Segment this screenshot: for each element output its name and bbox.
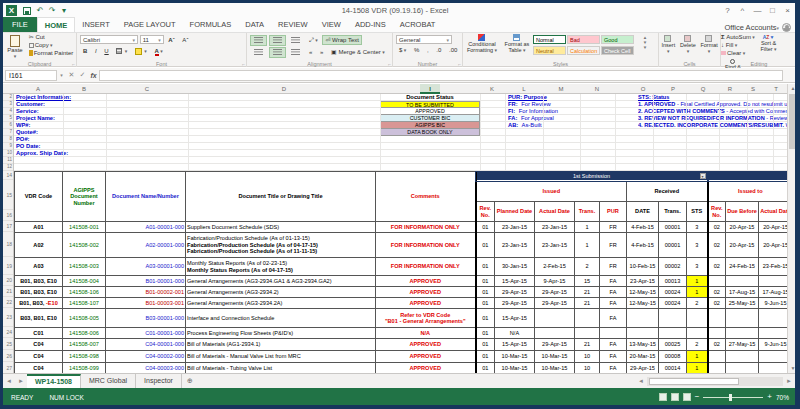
- cell[interactable]: 00008: [659, 351, 687, 363]
- cell[interactable]: 2: [575, 258, 600, 276]
- column-header-I[interactable]: I: [420, 84, 440, 94]
- column-header-P[interactable]: P: [663, 84, 683, 94]
- sort-filter-button[interactable]: AZ▼ Sort & Filter: [757, 33, 781, 53]
- name-box-dropdown-icon[interactable]: ▾: [57, 72, 66, 78]
- cell[interactable]: FA: [600, 287, 627, 298]
- normal-view-icon[interactable]: [659, 393, 667, 401]
- header-document-name[interactable]: Document Name/Number: [106, 172, 186, 222]
- align-center-button[interactable]: [269, 47, 286, 58]
- row-header-16[interactable]: 16: [3, 210, 13, 221]
- grid-area[interactable]: Project Information:Customer:Service:Pro…: [14, 94, 797, 171]
- clear-button[interactable]: Clear: [721, 49, 755, 57]
- cell[interactable]: 4-Feb-15: [627, 222, 659, 233]
- cell-document-name[interactable]: B01-00002-001: [106, 287, 186, 298]
- cell[interactable]: 00024: [659, 298, 687, 309]
- cell-vdr-code[interactable]: C04: [15, 351, 63, 363]
- cell[interactable]: [600, 328, 627, 339]
- cell-comments[interactable]: FOR INFORMATION ONLY: [376, 222, 476, 233]
- cell[interactable]: 29-Apr-15: [495, 287, 535, 298]
- tab-review[interactable]: REVIEW: [271, 17, 315, 32]
- cell-agipps-number[interactable]: 141508-004: [63, 276, 106, 287]
- cell[interactable]: FR: [600, 258, 627, 276]
- page-break-view-icon[interactable]: [683, 393, 691, 401]
- column-header-M[interactable]: M: [551, 84, 571, 94]
- cell[interactable]: 01: [476, 328, 495, 339]
- cell[interactable]: 01: [476, 222, 495, 233]
- scrollbar-thumb[interactable]: [789, 94, 797, 149]
- cell-document-title[interactable]: Interface and Connection Schedule: [186, 309, 376, 328]
- cell-document-name[interactable]: C04-00002-000: [106, 351, 186, 363]
- tab-page-layout[interactable]: PAGE LAYOUT: [117, 17, 183, 32]
- cell-vdr-code[interactable]: A02: [15, 233, 63, 258]
- cell-document-title[interactable]: General Arrangements (AG3-2934.2): [186, 287, 376, 298]
- cell[interactable]: 15-Apr-15: [495, 276, 535, 287]
- cell[interactable]: 01: [476, 309, 495, 328]
- style-calculation[interactable]: Calculation: [567, 46, 600, 55]
- cell[interactable]: [726, 363, 759, 374]
- minimize-button[interactable]: —: [750, 6, 765, 15]
- cell[interactable]: [535, 328, 575, 339]
- subheader-trans-[interactable]: Trans.: [575, 202, 600, 222]
- help-button[interactable]: ?: [720, 6, 735, 15]
- subheader-date[interactable]: DATE: [627, 202, 659, 222]
- cell[interactable]: 02: [708, 233, 726, 258]
- cell[interactable]: [726, 276, 759, 287]
- shrink-font-button[interactable]: Aˇ: [179, 35, 191, 45]
- cell[interactable]: [708, 363, 726, 374]
- cell[interactable]: 21: [575, 298, 600, 309]
- merge-center-button[interactable]: ▣ Merge & Center: [328, 47, 388, 57]
- row-header-9[interactable]: 9: [3, 143, 13, 150]
- comma-button[interactable]: ,: [424, 45, 432, 55]
- cell[interactable]: 29-Apr-15: [535, 287, 575, 298]
- cell-document-title[interactable]: Fabrication/Production Schedule (As of 0…: [186, 233, 376, 258]
- zoom-in-button[interactable]: +: [767, 393, 772, 401]
- cell[interactable]: 00024: [659, 287, 687, 298]
- column-header-R[interactable]: R: [720, 84, 740, 94]
- cell[interactable]: 10-Mar-15: [535, 363, 575, 374]
- format-painter-button[interactable]: Format Painter: [29, 49, 74, 57]
- header-document-title[interactable]: Document Title or Drawing Title: [186, 172, 376, 222]
- dialog-launcher-icon[interactable]: ⌐: [242, 61, 245, 67]
- row-header-26[interactable]: 26: [3, 350, 13, 362]
- cell-document-name[interactable]: C01-00001-000: [106, 328, 186, 339]
- header-agipps-number[interactable]: AGIPPS Document Number: [63, 172, 106, 222]
- cell[interactable]: 3: [687, 233, 708, 258]
- cell-document-name[interactable]: B01-00003-001: [106, 298, 186, 309]
- row-header-8[interactable]: 8: [3, 136, 13, 143]
- cell[interactable]: 02: [708, 298, 726, 309]
- row-header-25[interactable]: 25: [3, 338, 13, 350]
- sheet-tab-mrc-global[interactable]: MRC Global: [81, 374, 136, 388]
- cell[interactable]: 2-Feb-15: [535, 258, 575, 276]
- insert-button[interactable]: Insert: [659, 34, 678, 55]
- column-header-N[interactable]: N: [587, 84, 607, 94]
- scroll-left-icon[interactable]: ◄: [635, 374, 647, 388]
- dialog-launcher-icon[interactable]: ⌐: [458, 61, 461, 67]
- cell-agipps-number[interactable]: 141508-107: [63, 298, 106, 309]
- align-left-button[interactable]: [250, 47, 267, 58]
- cell-comments[interactable]: APPROVED: [376, 363, 476, 374]
- cell[interactable]: 02: [708, 222, 726, 233]
- cell-agipps-number[interactable]: 141508-005: [63, 309, 106, 328]
- horizontal-scrollbar[interactable]: ◄ ►: [635, 374, 795, 388]
- row-header-2[interactable]: 2: [3, 94, 13, 101]
- sheet-tab-wp14-1508[interactable]: WP14-1508: [27, 374, 81, 388]
- cell[interactable]: 01: [476, 276, 495, 287]
- row-header-24[interactable]: 24: [3, 327, 13, 338]
- cell-agipps-number[interactable]: 141508-003: [63, 258, 106, 276]
- cell[interactable]: [708, 276, 726, 287]
- cell-comments[interactable]: Refer to VDR Code"B01 - General Arrangem…: [376, 309, 476, 328]
- cell-comments[interactable]: FOR INFORMATION ONLY: [376, 233, 476, 258]
- cell-vdr-code[interactable]: A03: [15, 258, 63, 276]
- cell[interactable]: 23-Jan-15: [535, 222, 575, 233]
- cell-document-name[interactable]: A01-00001-000: [106, 222, 186, 233]
- cell[interactable]: 01: [476, 339, 495, 351]
- cell[interactable]: 9-Apr-15: [535, 276, 575, 287]
- scroll-right-icon[interactable]: ►: [783, 374, 795, 388]
- cell-vdr-code[interactable]: B01, B03, E10: [15, 287, 63, 298]
- cell[interactable]: 01: [476, 233, 495, 258]
- cell-vdr-code[interactable]: B01, B03, -E10: [15, 298, 63, 309]
- cell-agipps-number[interactable]: 141508-002: [63, 233, 106, 258]
- cell-document-name[interactable]: B03-00001-000: [106, 309, 186, 328]
- cell[interactable]: 00014: [659, 363, 687, 374]
- number-format-combo[interactable]: General ▾: [396, 35, 452, 44]
